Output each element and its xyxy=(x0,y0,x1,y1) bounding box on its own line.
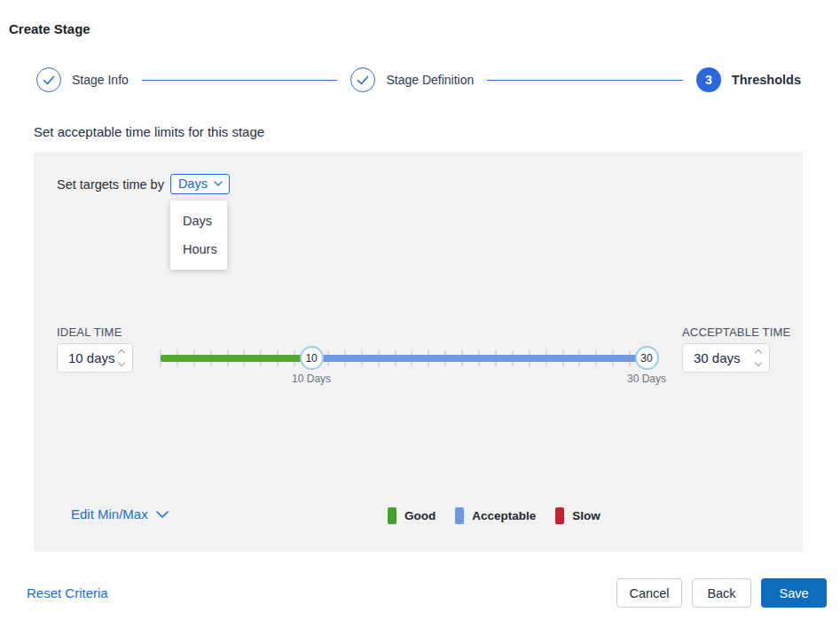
ideal-time-value: 10 days xyxy=(68,350,115,365)
legend-label: Slow xyxy=(572,509,601,522)
acceptable-time-label: ACCEPTABLE TIME xyxy=(682,326,790,339)
threshold-slider: 10 30 10 Days 30 Days xyxy=(161,350,647,366)
menu-item-hours[interactable]: Hours xyxy=(170,235,227,263)
chevron-down-icon xyxy=(214,181,223,186)
slow-swatch xyxy=(555,507,564,524)
time-unit-selected: Days xyxy=(178,177,208,191)
acceptable-time-input[interactable]: 30 days xyxy=(682,343,770,373)
legend-label: Acceptable xyxy=(472,509,536,522)
targets-row: Set targets time by Days xyxy=(57,174,230,194)
section-heading: Set acceptable time limits for this stag… xyxy=(34,124,264,139)
acceptable-time-stepper[interactable] xyxy=(756,350,761,365)
footer-buttons: Cancel Back Save xyxy=(616,578,827,608)
legend: Good Acceptable Slow xyxy=(388,507,601,524)
page-title: Create Stage xyxy=(9,21,90,36)
edit-minmax-link[interactable]: Edit Min/Max xyxy=(71,506,169,522)
ideal-time-label: IDEAL TIME xyxy=(57,326,122,339)
step-stage-definition[interactable]: Stage Definition xyxy=(350,67,474,92)
legend-label: Good xyxy=(404,509,436,522)
acceptable-swatch xyxy=(455,507,464,524)
step-complete-icon xyxy=(350,67,375,92)
slider-acceptable-segment xyxy=(311,355,647,362)
reset-criteria-link[interactable]: Reset Criteria xyxy=(27,585,108,600)
stepper: Stage Info Stage Definition 3 Thresholds xyxy=(36,67,801,92)
legend-item-slow: Slow xyxy=(555,507,601,524)
step-complete-icon xyxy=(36,67,61,92)
cancel-button[interactable]: Cancel xyxy=(616,578,682,608)
ideal-time-stepper[interactable] xyxy=(119,350,124,365)
step-thresholds[interactable]: 3 Thresholds xyxy=(696,67,801,92)
back-button[interactable]: Back xyxy=(692,578,751,608)
time-unit-menu: Days Hours xyxy=(170,200,227,270)
stepper-up-icon[interactable] xyxy=(755,349,762,357)
step-number-badge: 3 xyxy=(696,67,721,92)
time-unit-dropdown[interactable]: Days xyxy=(170,174,230,194)
step-label: Stage Definition xyxy=(386,73,474,87)
slider-handle-ideal[interactable]: 10 xyxy=(300,346,324,370)
acceptable-time-value: 30 days xyxy=(694,350,741,365)
edit-minmax-label: Edit Min/Max xyxy=(71,506,148,522)
stepper-up-icon[interactable] xyxy=(118,349,125,357)
slider-handle-acceptable[interactable]: 30 xyxy=(635,346,659,370)
slider-label-ideal: 10 Days xyxy=(292,373,331,385)
menu-item-days[interactable]: Days xyxy=(170,207,227,235)
stepper-connector xyxy=(142,80,338,81)
step-stage-info[interactable]: Stage Info xyxy=(36,67,129,92)
slider-good-segment xyxy=(161,355,311,362)
step-label: Stage Info xyxy=(72,73,129,87)
save-button[interactable]: Save xyxy=(761,578,827,608)
legend-item-acceptable: Acceptable xyxy=(455,507,536,524)
targets-label: Set targets time by xyxy=(57,177,164,192)
stepper-connector xyxy=(487,80,683,81)
thresholds-panel: Set targets time by Days Days Hours IDEA… xyxy=(34,152,803,552)
step-label: Thresholds xyxy=(732,73,801,87)
stepper-down-icon[interactable] xyxy=(118,359,125,366)
ideal-time-input[interactable]: 10 days xyxy=(57,343,133,373)
stepper-down-icon[interactable] xyxy=(755,359,762,366)
chevron-down-icon xyxy=(156,511,169,518)
slider-label-acceptable: 30 Days xyxy=(627,373,666,385)
legend-item-good: Good xyxy=(388,507,436,524)
good-swatch xyxy=(388,507,396,524)
